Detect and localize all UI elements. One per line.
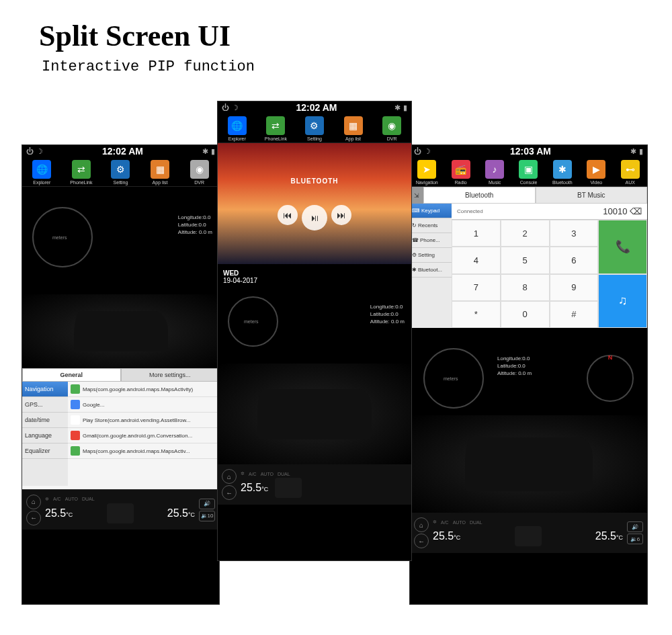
ac-mode-ac[interactable]: A/C	[249, 472, 257, 476]
seat-diagram[interactable]	[107, 503, 134, 523]
phonelink-icon: ⇄	[72, 160, 91, 179]
dock-item-dvr[interactable]: ◉DVR	[186, 160, 213, 185]
vol-up-button[interactable]: 🔊	[199, 499, 215, 509]
key-0[interactable]: 0	[501, 301, 550, 328]
fan-icon[interactable]: ✲	[433, 519, 437, 525]
key-6[interactable]: 6	[550, 247, 599, 273]
fan-icon[interactable]: ✲	[45, 497, 49, 502]
bt-sidebar-setting[interactable]: ⚙Setting	[410, 248, 452, 263]
vol-up-button[interactable]: 🔊	[627, 521, 643, 532]
temp-right[interactable]: 25.5°C	[595, 530, 623, 542]
list-item[interactable]: Google...	[68, 397, 219, 413]
ac-mode-dual[interactable]: DUAL	[470, 520, 482, 525]
temp-left[interactable]: 25.5°C	[433, 530, 460, 542]
radio-icon: 📻	[452, 160, 470, 179]
split-toggle-icon[interactable]: ⇲	[410, 187, 423, 204]
temp-left[interactable]: 25.5°C	[45, 507, 73, 519]
key-5[interactable]: 5	[501, 247, 550, 273]
tab-bluetooth[interactable]: Bluetooth	[423, 187, 536, 204]
back-button[interactable]: ←	[414, 534, 429, 548]
dock-item-app list[interactable]: ▦App list	[146, 160, 173, 185]
bt-sidebar-keypad[interactable]: ⌨Keypad	[410, 204, 452, 218]
key-*[interactable]: *	[452, 301, 501, 328]
next-button[interactable]: ⏭	[331, 205, 351, 225]
key-4[interactable]: 4	[452, 247, 501, 273]
altitude: Altitude: 0.0 m	[178, 228, 212, 236]
moon-icon[interactable]: ☽	[424, 147, 431, 156]
list-item[interactable]: Gmail(com.google.android.gm.Conversation…	[68, 428, 219, 443]
moon-icon[interactable]: ☽	[232, 103, 239, 112]
dock-item-aux[interactable]: ⊷AUX	[617, 160, 644, 185]
play-pause-button[interactable]: ⏯	[302, 205, 327, 230]
dock-item-bluetooth[interactable]: ✱Bluetooth	[549, 160, 576, 185]
backspace-button[interactable]: ⌫	[630, 206, 642, 216]
key-9[interactable]: 9	[550, 274, 599, 301]
list-item[interactable]: Maps(com.google.android.maps.MapsActivit…	[68, 382, 219, 397]
ac-mode-auto[interactable]: AUTO	[453, 520, 466, 525]
video-player[interactable]: BLUETOOTH ⏮ ⏯ ⏭	[218, 143, 411, 264]
tab-more[interactable]: More settings...	[121, 368, 220, 382]
sidebar-item-gps[interactable]: GPS...	[22, 397, 68, 413]
call-button[interactable]: 📞	[598, 220, 647, 274]
bt-sidebar-recents[interactable]: ↻Recents	[410, 218, 452, 233]
dock-label: Explorer	[228, 136, 246, 141]
key-1[interactable]: 1	[452, 220, 501, 247]
bt-sidebar-phone[interactable]: ☎Phone...	[410, 233, 452, 248]
prev-button[interactable]: ⏮	[278, 205, 298, 225]
dock-item-explorer[interactable]: 🌐Explorer	[224, 116, 251, 141]
sidebar-item-language[interactable]: Language	[22, 428, 68, 443]
ac-mode-ac[interactable]: A/C	[441, 520, 449, 525]
list-item[interactable]: Play Store(com.android.vending.AssetBrow…	[68, 413, 219, 428]
home-button[interactable]: ⌂	[414, 517, 429, 532]
dock-item-dvr[interactable]: ◉DVR	[378, 116, 405, 141]
ac-mode-dual[interactable]: DUAL	[278, 472, 290, 476]
dock-item-navigation[interactable]: ➤Navigation	[413, 160, 440, 185]
key-3[interactable]: 3	[550, 220, 599, 247]
power-icon[interactable]: ⏻	[26, 147, 34, 155]
dock-item-phonelink[interactable]: ⇄PhoneLink	[262, 116, 289, 141]
app-icon	[71, 384, 80, 394]
dock-item-app list[interactable]: ▦App list	[340, 116, 367, 141]
ac-mode-dual[interactable]: DUAL	[82, 497, 95, 501]
list-item[interactable]: Maps(com.google.android.maps.MapsActiv..…	[68, 443, 219, 459]
temp-right[interactable]: 25.5°C	[167, 507, 195, 519]
settings-list: Maps(com.google.android.maps.MapsActivit…	[68, 382, 219, 486]
fan-icon[interactable]: ✲	[241, 471, 245, 476]
key-2[interactable]: 2	[501, 220, 550, 247]
dvr-icon: ◉	[190, 160, 209, 179]
key-8[interactable]: 8	[501, 274, 550, 301]
sidebar-item-equalizer[interactable]: Equalizer	[22, 443, 68, 459]
dock-item-setting[interactable]: ⚙Setting	[107, 160, 134, 185]
ac-mode-ac[interactable]: A/C	[53, 497, 61, 501]
sidebar-item-datetime[interactable]: date/time	[22, 413, 68, 428]
ac-mode-auto[interactable]: AUTO	[261, 472, 274, 476]
dock-item-phonelink[interactable]: ⇄PhoneLink	[68, 160, 95, 185]
home-button[interactable]: ⌂	[26, 495, 41, 509]
tab-bt-music[interactable]: BT Music	[536, 187, 648, 204]
power-icon[interactable]: ⏻	[414, 147, 421, 155]
back-button[interactable]: ←	[26, 511, 41, 525]
ac-mode-auto[interactable]: AUTO	[65, 497, 78, 501]
temp-left[interactable]: 25.5°C	[241, 482, 268, 494]
car-image	[410, 415, 647, 513]
power-icon[interactable]: ⏻	[222, 103, 229, 112]
dock-item-video[interactable]: ▶Video	[583, 160, 610, 185]
home-button[interactable]: ⌂	[222, 469, 237, 484]
seat-diagram[interactable]	[515, 526, 542, 546]
seat-diagram[interactable]	[275, 478, 302, 498]
tab-general[interactable]: General	[22, 368, 121, 382]
dock-label: AUX	[626, 180, 635, 185]
bt-sidebar-bluetoot[interactable]: ✱Bluetoot...	[410, 263, 452, 278]
dock-item-setting[interactable]: ⚙Setting	[301, 116, 328, 141]
dock-item-console[interactable]: ▣Console	[515, 160, 542, 185]
back-button[interactable]: ←	[222, 485, 237, 500]
latitude: Latitude:0.0	[497, 362, 532, 370]
dock-item-music[interactable]: ♪Music	[481, 160, 508, 185]
key-7[interactable]: 7	[452, 274, 501, 301]
dock-item-explorer[interactable]: 🌐Explorer	[28, 160, 55, 185]
key-#[interactable]: #	[550, 301, 599, 328]
music-button[interactable]: ♫	[598, 274, 647, 329]
moon-icon[interactable]: ☽	[36, 147, 43, 156]
dock-item-radio[interactable]: 📻Radio	[448, 160, 474, 185]
sidebar-item-navigation[interactable]: Navigation	[22, 382, 68, 397]
